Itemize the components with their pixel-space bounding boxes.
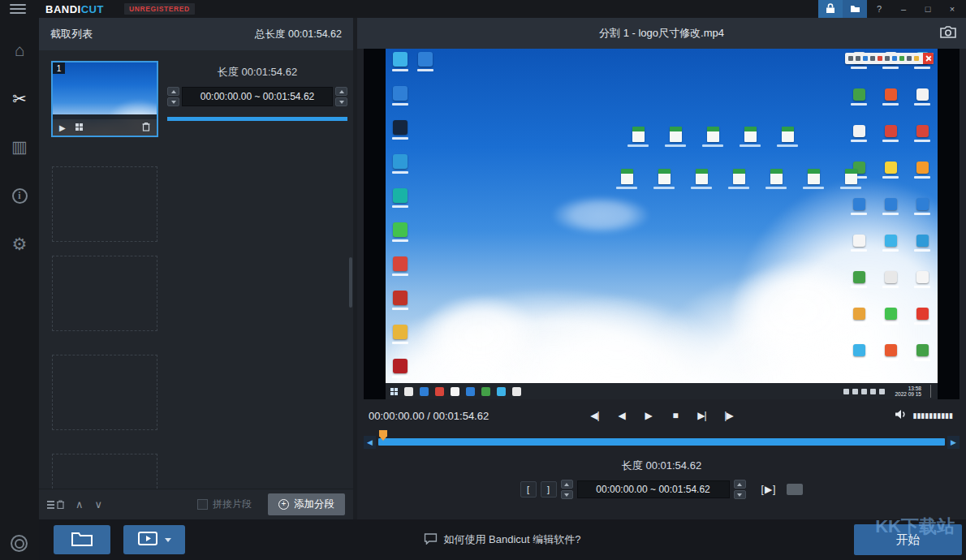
seek-left-arrow[interactable]: ◀ — [364, 436, 376, 449]
stepper-down-button[interactable] — [561, 490, 573, 499]
desktop-doc-icon — [740, 127, 761, 147]
clip-frames-icon[interactable] — [75, 120, 84, 135]
next-frame-button[interactable]: ▶| — [692, 406, 712, 425]
stepper-down-button[interactable] — [335, 97, 347, 106]
desktop-icon — [390, 359, 411, 378]
segment-range-row: [ ] 00:00:00.00 ~ 00:01:54.62 [▶] — [357, 480, 966, 499]
minimize-button[interactable]: – — [891, 0, 916, 18]
seek-bar[interactable]: ◀ ▶ — [364, 433, 960, 452]
taskbar-app-icon — [512, 387, 521, 396]
annotation-toolbar-dots — [848, 56, 919, 61]
clip-list-scrollbar[interactable] — [349, 257, 352, 308]
play-button[interactable]: ▶ — [639, 406, 658, 425]
desktop-icon — [390, 291, 411, 310]
clip-play-icon[interactable]: ▶ — [59, 123, 66, 132]
desktop-doc-icon — [765, 169, 787, 189]
output-format-button[interactable] — [123, 525, 185, 554]
play-segment-button[interactable]: [▶] — [761, 484, 777, 495]
set-end-bracket-button[interactable]: ] — [541, 481, 557, 498]
move-clip-up-button[interactable]: ∧ — [75, 499, 84, 510]
open-file-button[interactable] — [54, 525, 110, 554]
clock-date: 2022 09 15 — [895, 391, 921, 397]
speaker-icon[interactable] — [895, 408, 908, 423]
range-start-stepper[interactable] — [561, 480, 573, 499]
clip-end-stepper[interactable] — [335, 87, 347, 106]
desktop-icon — [880, 271, 901, 288]
sidebar-item-info[interactable]: i — [0, 179, 39, 212]
taskbar-app-icon — [497, 387, 506, 396]
stepper-up-button[interactable] — [561, 480, 573, 489]
segment-range-field[interactable]: 00:00:00.00 ~ 00:01:54.62 — [577, 480, 730, 498]
prev-frame-button[interactable]: ◀ — [612, 406, 632, 425]
stepper-down-button[interactable] — [167, 97, 179, 106]
clip-delete-icon[interactable] — [142, 120, 150, 135]
clip-length-label: 长度 00:01:54.62 — [167, 65, 347, 80]
desktop-icon — [848, 198, 869, 215]
sidebar: ⌂ ✂ ▥ i ⚙ — [0, 18, 39, 560]
prev-keyframe-button[interactable]: ◀| — [585, 406, 605, 425]
annotation-close-icon — [923, 53, 934, 64]
volume-bars[interactable]: ▮▮▮▮▮▮▮▮▮▮ — [912, 411, 953, 420]
register-lock-button[interactable] — [818, 0, 843, 18]
desktop-doc-icon — [627, 127, 649, 147]
merge-checkbox[interactable] — [197, 499, 208, 510]
stepper-up-button[interactable] — [335, 87, 347, 96]
stepper-up-button[interactable] — [167, 87, 179, 96]
delete-all-clips-button[interactable] — [47, 500, 64, 509]
move-clip-down-button[interactable]: ∨ — [95, 499, 103, 510]
open-file-titlebar-button[interactable] — [843, 0, 867, 18]
folder-open-icon — [71, 531, 93, 549]
camera-snapshot-icon[interactable] — [940, 26, 956, 41]
next-keyframe-button[interactable]: |▶ — [719, 406, 739, 425]
help-link[interactable]: 如何使用 Bandicut 编辑软件? — [424, 519, 580, 560]
menu-hamburger-icon[interactable] — [10, 4, 26, 14]
clip-start-stepper[interactable] — [167, 87, 179, 106]
sidebar-item-cut[interactable]: ✂ — [0, 83, 39, 115]
clip-range-field[interactable]: 00:00:00.00 ~ 00:01:54.62 — [182, 87, 333, 106]
help-button[interactable]: ? — [867, 0, 891, 18]
desktop-icon — [848, 308, 869, 325]
desktop-doc-icon — [691, 169, 712, 189]
desktop-doc-row-1 — [627, 127, 798, 147]
stepper-down-button[interactable] — [734, 490, 746, 499]
logo-cut: CUT — [81, 3, 104, 15]
maximize-button[interactable]: □ — [916, 0, 940, 18]
close-button[interactable]: × — [940, 0, 964, 18]
video-frame-desktop: 13:58 2022 09 15 — [386, 49, 938, 399]
desktop-taskbar: 13:58 2022 09 15 — [386, 383, 938, 399]
merge-segments-option[interactable]: 拼接片段 — [197, 498, 252, 511]
video-preview[interactable]: 13:58 2022 09 15 — [364, 49, 960, 399]
clip-item[interactable]: 1 ▶ 长度 00:01:54.62 — [39, 50, 353, 166]
format-icon — [138, 532, 157, 548]
stepper-up-button[interactable] — [734, 480, 746, 489]
help-text: 如何使用 Bandicut 编辑软件? — [443, 532, 580, 547]
disabled-option-icon — [787, 484, 803, 495]
stop-button[interactable]: ■ — [666, 406, 685, 425]
chevron-down-icon — [165, 538, 171, 542]
desktop-icon — [880, 125, 901, 142]
preview-header: 分割 1 - logo尺寸修改.mp4 — [357, 18, 966, 49]
desktop-icon — [390, 222, 411, 242]
desktop-icon — [390, 120, 411, 140]
clip-index-badge: 1 — [53, 62, 65, 74]
seek-right-arrow[interactable]: ▶ — [947, 436, 960, 449]
sidebar-item-media[interactable]: ▥ — [0, 131, 39, 163]
desktop-icon — [880, 235, 901, 252]
sidebar-item-settings[interactable]: ⚙ — [0, 228, 39, 261]
empty-clip-slot — [52, 256, 157, 331]
desktop-icon — [390, 256, 411, 276]
set-start-bracket-button[interactable]: [ — [520, 481, 537, 498]
seek-track[interactable] — [378, 438, 945, 446]
desktop-icon — [415, 52, 436, 71]
range-end-stepper[interactable] — [734, 480, 746, 499]
logo-bandi: BANDI — [45, 3, 81, 15]
desktop-icon — [390, 154, 411, 174]
clip-thumbnail[interactable]: 1 ▶ — [51, 61, 158, 137]
record-icon[interactable] — [11, 535, 28, 552]
desktop-icon — [912, 198, 933, 215]
start-button[interactable]: 开始 — [854, 524, 962, 555]
gear-icon: ⚙ — [12, 235, 28, 254]
sidebar-item-home[interactable]: ⌂ — [0, 34, 39, 67]
desktop-icon — [912, 344, 933, 361]
add-segment-button[interactable]: + 添加分段 — [268, 493, 345, 515]
